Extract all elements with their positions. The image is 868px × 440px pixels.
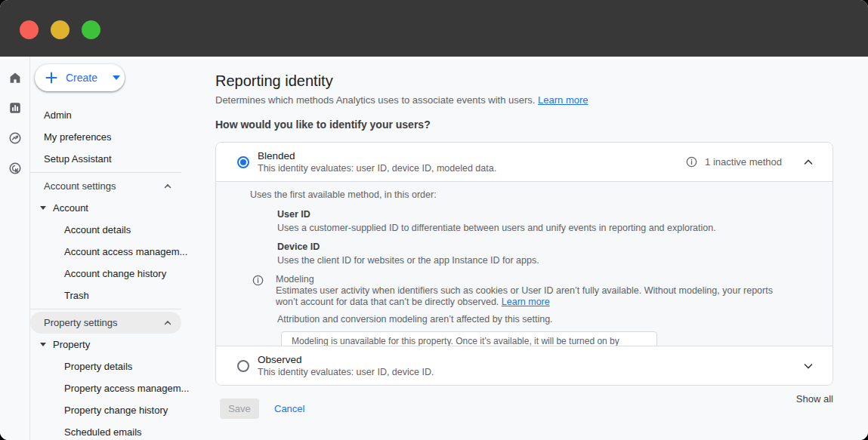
advertising-icon[interactable] [8, 162, 22, 175]
chevron-up-icon [163, 182, 172, 191]
identity-question: How would you like to identify your user… [215, 118, 431, 131]
explore-icon[interactable] [8, 131, 22, 145]
sidebar-nav: Admin My preferences Setup Assistant Acc… [30, 104, 215, 440]
section-header-property-settings[interactable]: Property settings [30, 312, 181, 334]
traffic-lights [20, 20, 100, 39]
home-icon[interactable] [8, 71, 22, 85]
page-subtitle-text: Determines which methods Analytics uses … [215, 94, 535, 106]
modeling-text: Modeling Estimates user activity when id… [276, 274, 789, 308]
learn-more-link[interactable]: Learn more [538, 94, 588, 106]
sidebar-item-label: Property details [64, 361, 132, 372]
page-title: Reporting identity [215, 72, 333, 90]
chevron-up-icon [163, 318, 172, 328]
observed-option-header[interactable]: Observed This identity evaluates: user I… [216, 346, 832, 385]
sidebar-item-property[interactable]: Property [30, 334, 215, 355]
learn-more-link[interactable]: Learn more [502, 297, 550, 307]
sidebar-item-label: Property change history [64, 405, 168, 416]
inactive-method-label: 1 inactive method [705, 156, 782, 168]
cancel-button[interactable]: Cancel [274, 403, 304, 414]
sidebar-item-property-change-history[interactable]: Property change history [30, 399, 215, 421]
sidebar-item-account-details[interactable]: Account details [30, 219, 215, 241]
blended-header-right: 1 inactive method [686, 156, 814, 168]
chevron-down-icon [113, 75, 120, 80]
nav-rail [0, 57, 30, 440]
observed-option-text: Observed This identity evaluates: user I… [258, 354, 434, 377]
method-description: Uses the client ID for websites or the a… [277, 255, 798, 266]
sidebar-item-admin[interactable]: Admin [30, 104, 215, 126]
blended-radio[interactable] [237, 156, 249, 168]
attribution-note: Attribution and conversion modeling aren… [277, 314, 814, 325]
method-name: Device ID [277, 242, 798, 253]
sidebar-divider [30, 172, 181, 173]
zoom-window-button[interactable] [82, 20, 100, 39]
method-modeling: Modeling Estimates user activity when id… [252, 274, 814, 308]
method-description: Uses a customer-supplied ID to different… [277, 223, 798, 234]
sidebar-item-property-access-management[interactable]: Property access managem... [30, 377, 215, 399]
expander-triangle-icon [40, 206, 46, 210]
screenshot-stage: Create Admin My preferences Setup Assist… [0, 0, 868, 440]
sidebar-item-label: Account details [64, 224, 131, 235]
sidebar-item-scheduled-emails[interactable]: Scheduled emails [30, 421, 215, 440]
sidebar-item-account-access-management[interactable]: Account access managem... [30, 241, 215, 263]
sidebar-item-label: Property [53, 339, 90, 350]
sidebar-item-label: Setup Assistant [44, 153, 112, 165]
reports-icon[interactable] [8, 101, 22, 115]
show-all-link[interactable]: Show all [796, 393, 833, 405]
collapse-chevron-up-icon[interactable] [802, 156, 814, 168]
blended-intro: Uses the first available method, in this… [250, 189, 814, 201]
blended-title: Blended [258, 150, 496, 162]
sidebar-item-label: Account [53, 202, 88, 214]
sidebar-item-label: Scheduled emails [64, 426, 142, 438]
page-subtitle: Determines which methods Analytics uses … [215, 94, 588, 106]
minimize-window-button[interactable] [51, 20, 70, 39]
observed-radio[interactable] [237, 360, 249, 372]
sidebar-item-label: Account change history [64, 268, 166, 279]
method-name: User ID [277, 209, 798, 220]
create-button[interactable]: Create [35, 64, 125, 91]
info-icon[interactable] [252, 275, 264, 286]
create-button-label: Create [66, 72, 97, 84]
close-window-button[interactable] [20, 20, 39, 39]
observed-description: This identity evaluates: user ID, device… [258, 367, 434, 377]
app-window: Create Admin My preferences Setup Assist… [0, 0, 868, 440]
sidebar-item-account[interactable]: Account [30, 197, 215, 219]
blended-option-text: Blended This identity evaluates: user ID… [258, 150, 496, 174]
save-button[interactable]: Save [220, 398, 259, 419]
section-header-account-settings[interactable]: Account settings [30, 175, 181, 197]
sidebar-item-label: Property access managem... [64, 383, 189, 394]
sidebar-item-setup-assistant[interactable]: Setup Assistant [30, 148, 215, 170]
plus-icon [45, 72, 57, 84]
method-user-id: User ID Uses a customer-supplied ID to d… [277, 209, 798, 234]
window-titlebar [0, 0, 868, 57]
method-description: Estimates user activity when identifiers… [276, 285, 789, 308]
sidebar-item-my-preferences[interactable]: My preferences [30, 126, 215, 148]
sidebar-item-label: Trash [64, 290, 89, 301]
sidebar-item-label: My preferences [44, 131, 112, 143]
admin-sidebar: Create Admin My preferences Setup Assist… [30, 57, 215, 440]
observed-header-right [782, 360, 814, 372]
observed-title: Observed [258, 354, 434, 365]
blended-expanded-body: Uses the first available method, in this… [216, 181, 832, 346]
sidebar-item-label: Account access managem... [64, 246, 187, 257]
identity-options-card: Blended This identity evaluates: user ID… [215, 142, 833, 386]
modeling-unavailable-notice: Modeling is unavailable for this propert… [281, 331, 657, 346]
sidebar-item-trash[interactable]: Trash [30, 285, 215, 306]
main-content: Reporting identity Determines which meth… [215, 57, 868, 440]
method-name: Modeling [276, 274, 789, 285]
section-header-label: Property settings [44, 317, 118, 328]
section-header-label: Account settings [44, 180, 116, 192]
sidebar-item-label: Admin [44, 109, 72, 121]
expander-triangle-icon [40, 343, 46, 346]
sidebar-item-property-details[interactable]: Property details [30, 355, 215, 377]
info-icon[interactable] [686, 156, 697, 168]
sidebar-item-account-change-history[interactable]: Account change history [30, 263, 215, 285]
blended-description: This identity evaluates: user ID, device… [258, 163, 496, 174]
blended-option-header[interactable]: Blended This identity evaluates: user ID… [216, 143, 832, 181]
expand-chevron-down-icon[interactable] [802, 360, 814, 372]
app-body: Create Admin My preferences Setup Assist… [0, 57, 868, 440]
method-device-id: Device ID Uses the client ID for website… [277, 242, 798, 266]
sidebar-divider [30, 309, 181, 309]
